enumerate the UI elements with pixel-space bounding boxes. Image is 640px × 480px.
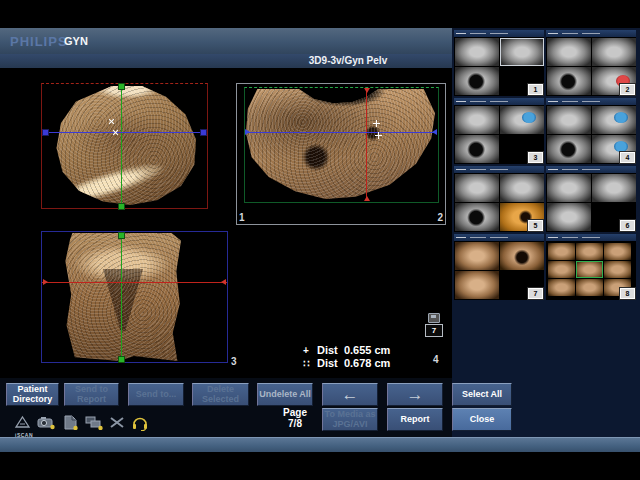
page-indicator: Page 7/8 [274, 407, 316, 429]
measurement-result-2: ∷Dist 0.678 cm [303, 357, 390, 369]
green-reference-line [121, 232, 122, 362]
thumbnail-2[interactable]: 2 [546, 30, 636, 96]
select-all-button[interactable]: Select All [452, 383, 512, 406]
iscan-icon [14, 415, 31, 430]
previous-page-button[interactable]: ← [322, 383, 378, 406]
green-line-handle [118, 232, 125, 239]
page-label: Page [274, 407, 316, 418]
thumbnail-number-badge: 5 [528, 220, 543, 231]
thumbnail-number-badge: 2 [620, 84, 635, 95]
quadrant-number-4: 4 [433, 354, 439, 365]
patient-directory-button[interactable]: Patient Directory [6, 383, 59, 406]
thumbnail-header [546, 234, 636, 241]
mpr-panel-sagittal[interactable] [41, 83, 208, 209]
blue-line-handle [245, 129, 250, 135]
to-media-button[interactable]: To Media as JPG/AVI [322, 408, 378, 431]
exam-type-label: GYN [64, 35, 88, 47]
thumbnail-header [546, 166, 636, 173]
quadrant-number-1: 1 [239, 212, 245, 223]
thumbnail-6[interactable]: 6 [546, 166, 636, 232]
caliper-plus-marker [373, 120, 380, 127]
philips-logo: PHILIPS [10, 34, 68, 49]
measurement-1-value: 0.655 cm [344, 344, 390, 356]
red-line-handle [221, 279, 226, 285]
blue-reference-line [245, 132, 437, 133]
quadrant-number-2: 2 [437, 212, 443, 223]
delete-selected-button[interactable]: Delete Selected [192, 383, 249, 406]
mpr-viewport: 1 2 3 4 7 +Dist 0.655 cm ∷Dist 0.678 cm [0, 68, 452, 378]
left-arrow-icon: ← [342, 388, 359, 402]
camera-icon [37, 415, 56, 430]
thumbnail-1[interactable]: 1 [454, 30, 544, 96]
thumbnail-sidebar: 1 2 3 4 5 6 7 [452, 28, 640, 437]
blue-line-handle [432, 129, 437, 135]
send-to-button[interactable]: Send to... [128, 383, 184, 406]
mute-icon [109, 415, 125, 430]
green-reference-line [121, 84, 122, 208]
uterine-cavity-shadow [103, 269, 143, 331]
thumbnail-4[interactable]: 4 [546, 98, 636, 164]
ultrasound-image-coronal [63, 233, 181, 361]
green-line-handle [118, 203, 125, 210]
caliper-2-symbol: ∷ [303, 358, 317, 369]
right-arrow-icon: → [407, 388, 424, 402]
undelete-all-button[interactable]: Undelete All [257, 383, 313, 406]
red-reference-line [366, 88, 367, 201]
status-icon-row [14, 415, 149, 431]
transducer-preset-label: 3D9-3v/Gyn Pelv [250, 54, 446, 68]
transducer-title-bar: 3D9-3v/Gyn Pelv [0, 54, 452, 68]
thumbnail-header [454, 30, 544, 37]
thumbnail-7[interactable]: 7 [454, 234, 544, 300]
thumbnail-number-badge: 4 [620, 152, 635, 163]
send-to-report-button[interactable]: Send to Report [64, 383, 119, 406]
blue-line-handle [42, 129, 49, 136]
thumbnail-number-badge: 8 [620, 288, 635, 299]
green-line-handle [118, 83, 125, 90]
thumbnail-number-badge: 1 [528, 84, 543, 95]
thumbnail-header [454, 234, 544, 241]
mpr-panel-coronal[interactable] [41, 231, 228, 363]
measurement-result-1: +Dist 0.655 cm [303, 344, 390, 356]
headset-icon [131, 415, 149, 431]
blue-reference-line [42, 132, 207, 133]
blue-line-handle [200, 129, 207, 136]
thumbnail-header [454, 166, 544, 173]
thumbnail-header [546, 98, 636, 105]
measurement-2-label: Dist [317, 357, 338, 369]
red-line-handle [364, 196, 370, 201]
thumbnail-header [454, 98, 544, 105]
thumbnail-8[interactable]: 8 [546, 234, 636, 300]
caliper-x-marker [108, 118, 115, 125]
green-line-handle [118, 356, 125, 363]
page-value: 7/8 [274, 418, 316, 429]
caliper-x-marker [112, 129, 119, 136]
network-computer-icon [85, 415, 103, 430]
thumbnail-number-badge: 6 [620, 220, 635, 231]
current-image-number-badge: 7 [425, 324, 443, 337]
caliper-1-symbol: + [303, 345, 317, 356]
next-page-button[interactable]: → [387, 383, 443, 406]
report-button[interactable]: Report [387, 408, 443, 431]
quadrant-number-3: 3 [231, 356, 237, 367]
acquired-image-icon [428, 313, 440, 323]
ultrasound-image-sagittal [52, 86, 202, 205]
red-line-handle [364, 88, 370, 93]
close-button[interactable]: Close [452, 408, 512, 431]
thumbnail-3[interactable]: 3 [454, 98, 544, 164]
thumbnail-number-badge: 7 [528, 288, 543, 299]
footer-bar [0, 437, 640, 452]
header-bar: PHILIPS GYN [0, 28, 452, 54]
red-line-handle [43, 279, 48, 285]
print-page-icon [62, 415, 79, 430]
caliper-plus-marker [375, 132, 382, 139]
thumbnail-header [546, 30, 636, 37]
measurement-1-label: Dist [317, 344, 338, 356]
ultrasound-review-screen: PHILIPS GYN 3D9-3v/Gyn Pelv M5 [0, 0, 640, 480]
red-reference-line [42, 282, 227, 283]
thumbnail-5[interactable]: 5 [454, 166, 544, 232]
mpr-panel-transverse[interactable]: 1 2 [236, 83, 446, 225]
thumbnail-number-badge: 3 [528, 152, 543, 163]
measurement-2-value: 0.678 cm [344, 357, 390, 369]
echogenic-band [57, 157, 167, 210]
